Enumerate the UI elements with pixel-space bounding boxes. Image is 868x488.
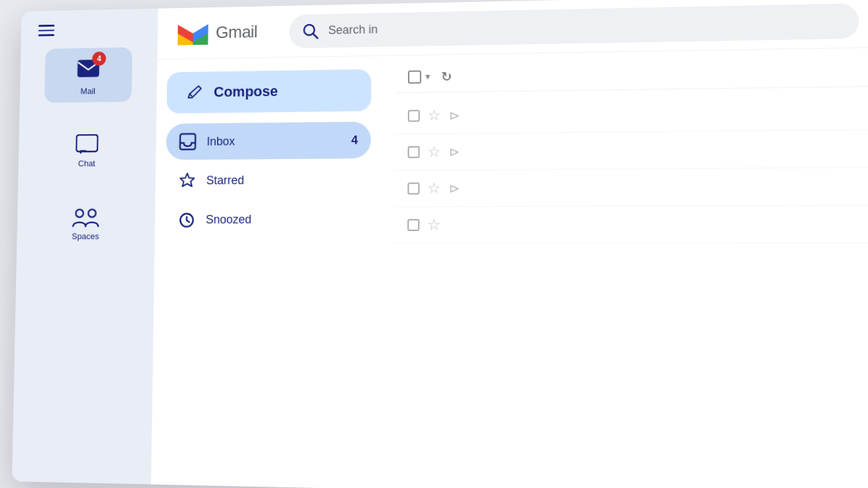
app-window: 4 Mail Chat Spaces — [12, 0, 868, 488]
star-icon[interactable]: ☆ — [427, 180, 441, 197]
hamburger-line-2 — [38, 29, 54, 31]
body-area: Compose Inbox 4 Starred — [151, 48, 868, 488]
sidebar-item-spaces[interactable]: Spaces — [41, 200, 130, 248]
nav-snoozed-label: Snoozed — [206, 212, 357, 226]
hamburger-line-1 — [39, 25, 55, 27]
table-row[interactable]: ☆ ⊳ — [395, 168, 868, 207]
star-icon[interactable]: ☆ — [427, 144, 441, 161]
row-checkbox[interactable] — [407, 219, 419, 231]
svg-point-3 — [88, 210, 95, 218]
sidebar-item-mail[interactable]: 4 Mail — [44, 47, 132, 103]
inbox-icon — [179, 132, 197, 150]
people-icon — [72, 207, 100, 228]
label-icon[interactable]: ⊳ — [449, 180, 460, 196]
svg-rect-9 — [180, 134, 196, 149]
table-row[interactable]: ☆ ⊳ — [395, 92, 868, 134]
hamburger-menu-button[interactable] — [38, 25, 54, 36]
mail-badge: 4 — [92, 51, 106, 65]
sidebar-spaces-label: Spaces — [71, 232, 99, 242]
hamburger-line-3 — [38, 34, 54, 36]
svg-point-2 — [75, 210, 83, 218]
pencil-icon — [186, 83, 204, 101]
star-icon[interactable]: ☆ — [428, 107, 441, 124]
label-icon[interactable]: ⊳ — [449, 144, 460, 160]
sidebar: 4 Mail Chat Spaces — [12, 9, 158, 485]
row-checkbox[interactable] — [408, 110, 420, 122]
nav-inbox-count: 4 — [351, 134, 358, 148]
refresh-button[interactable]: ↻ — [438, 68, 455, 85]
select-all-dropdown[interactable]: ▼ — [408, 70, 432, 83]
nav-item-snoozed[interactable]: Snoozed — [165, 201, 371, 238]
main-content: Gmail Search in Compo — [151, 0, 868, 488]
nav-inbox-label: Inbox — [207, 134, 341, 148]
table-row[interactable]: ☆ — [394, 206, 868, 244]
search-bar[interactable]: Search in — [289, 3, 859, 48]
sidebar-mail-label: Mail — [81, 86, 95, 96]
sidebar-chat-label: Chat — [78, 158, 95, 168]
clock-icon — [178, 210, 196, 228]
search-icon — [302, 22, 319, 39]
gmail-logo[interactable]: Gmail — [176, 19, 258, 46]
compose-button[interactable]: Compose — [166, 69, 371, 113]
row-checkbox[interactable] — [407, 182, 419, 194]
search-placeholder-text: Search in — [329, 23, 378, 37]
gmail-title: Gmail — [216, 22, 258, 43]
table-row[interactable]: ☆ ⊳ — [395, 130, 868, 170]
email-list-panel: ▼ ↻ ☆ ⊳ ☆ ⊳ ☆ ⊳ — [393, 48, 868, 488]
select-dropdown-arrow[interactable]: ▼ — [424, 72, 432, 81]
nav-starred-label: Starred — [206, 173, 358, 188]
star-icon[interactable]: ☆ — [427, 216, 441, 234]
chat-icon — [75, 134, 98, 155]
sidebar-item-chat[interactable]: Chat — [43, 128, 131, 175]
email-list-toolbar: ▼ ↻ — [395, 55, 868, 93]
star-nav-icon — [178, 172, 196, 190]
select-all-checkbox[interactable] — [408, 70, 421, 83]
nav-panel: Compose Inbox 4 Starred — [151, 56, 382, 488]
nav-item-starred[interactable]: Starred — [166, 161, 371, 199]
gmail-m-icon — [176, 20, 210, 46]
compose-label: Compose — [214, 83, 278, 101]
nav-item-inbox[interactable]: Inbox 4 — [166, 121, 371, 160]
label-icon[interactable]: ⊳ — [449, 107, 460, 124]
svg-rect-1 — [76, 135, 97, 152]
mail-icon-wrapper: 4 — [72, 54, 105, 83]
row-checkbox[interactable] — [408, 146, 420, 158]
